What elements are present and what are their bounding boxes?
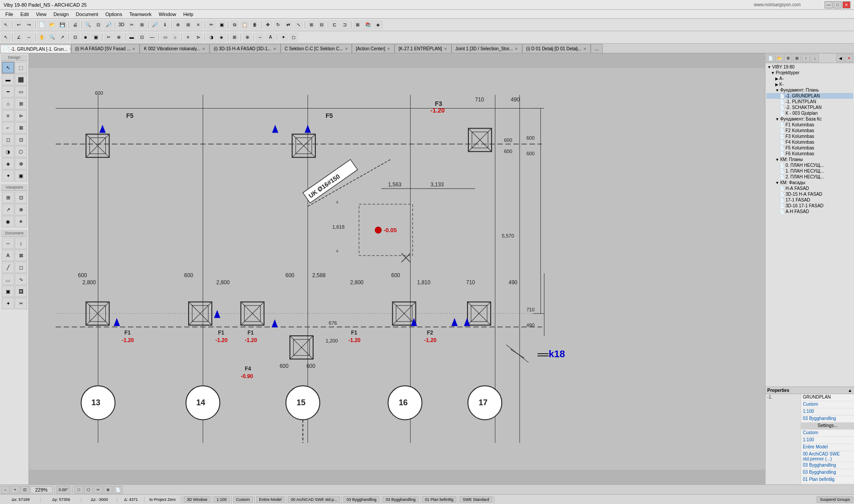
tree-a[interactable]: ▶ A- (766, 76, 853, 81)
tree-171-fasad[interactable]: 📄 17-1 FASAD (766, 197, 853, 203)
tool-column[interactable]: ⬛ (15, 74, 27, 85)
tool-new[interactable]: 📄 (37, 20, 47, 30)
tool-info[interactable]: ℹ (160, 20, 170, 30)
tool-marquee[interactable]: ⬚ (15, 62, 27, 73)
rp-folder[interactable]: 📂 (775, 54, 783, 62)
tool-3d[interactable]: 3D (117, 20, 126, 30)
tool-copy[interactable]: ⧉ (230, 20, 239, 30)
tool-fill[interactable]: ▣ (217, 20, 226, 30)
tab-fasad[interactable]: (i) H-A FASAD [SV Fasad ... ✕ (71, 44, 140, 53)
menu-teamwork[interactable]: Teamwork (126, 11, 155, 18)
tool-poly[interactable]: ◻ (15, 262, 27, 273)
tool-spline[interactable]: ∿ (15, 274, 27, 285)
layer-btn[interactable]: Custom (233, 496, 253, 503)
tab-close[interactable]: ✕ (444, 47, 447, 51)
tool-rotate[interactable]: ↻ (273, 20, 283, 30)
prop-bygg3-value[interactable]: 03 Bygghandling (801, 469, 854, 476)
tool-object[interactable]: ◈ (373, 20, 383, 30)
suspend-groups-btn[interactable]: Suspend Groups (817, 496, 853, 503)
tool-morph2[interactable]: ⬡ (15, 146, 27, 157)
tab-close[interactable]: ✕ (387, 47, 391, 51)
tab-close[interactable]: ✕ (132, 47, 136, 51)
tool-zone2[interactable]: ⊕ (242, 32, 252, 42)
close-button[interactable]: ✕ (842, 1, 850, 8)
tool-select[interactable]: ↖ (1, 20, 11, 30)
prop-settings-value[interactable]: Settings... (801, 423, 854, 429)
tool-figure[interactable]: ◻ (289, 32, 298, 42)
tool-align[interactable]: ⊏ (330, 20, 339, 30)
3d-window-btn[interactable]: 3D Window (184, 496, 210, 503)
tool-figure2[interactable]: 🖼 (15, 286, 27, 297)
menu-file[interactable]: File (2, 11, 17, 18)
prop-settings-row[interactable]: Settings... (765, 423, 854, 430)
props-close[interactable]: ▲ (848, 388, 852, 393)
tree-km-fasady[interactable]: ▼ КМ: Фасады (766, 180, 853, 185)
rp-settings[interactable]: ⚙ (784, 54, 792, 62)
tool-object[interactable]: ◈ (2, 158, 14, 169)
tab-close[interactable]: ✕ (515, 47, 518, 51)
tool-paste[interactable]: 📋 (240, 20, 250, 30)
tool-section[interactable]: ✂ (127, 20, 137, 30)
tool-zoom2[interactable]: 🔍 (47, 32, 57, 42)
menu-edit[interactable]: Edit (17, 11, 32, 18)
tool-undo[interactable]: ↩ (14, 20, 24, 30)
penset-btn[interactable]: 00 ArchiCAD SWE std.p... (288, 496, 340, 503)
tool-shade[interactable]: ▣ (91, 32, 101, 42)
tab-close[interactable]: ✕ (273, 47, 277, 51)
tab-3d15[interactable]: (i) 3D-15 H-A FASAD [3D-1... ✕ (209, 44, 280, 53)
tool-arc[interactable]: ◡ (2, 274, 14, 285)
tool-pointer[interactable]: ↖ (1, 32, 11, 42)
tool-print[interactable]: 🖨 (70, 20, 80, 30)
fit-btn[interactable]: ⊡ (20, 486, 29, 494)
tool-layer[interactable]: ≡ (193, 20, 203, 30)
tree-f5kolumnbas[interactable]: 📄 F5 Kolumnbas (766, 145, 853, 151)
tool-sun[interactable]: ☀ (15, 216, 27, 227)
prop-bygg1-value[interactable]: 03 Bygghandling (801, 415, 854, 422)
tab-close[interactable]: ✕ (202, 47, 205, 51)
tool-delete[interactable]: 🗑 (250, 20, 260, 30)
zoom-display[interactable]: 229% (30, 486, 52, 493)
tree-3d16-fasad[interactable]: 📄 3D-16 17-1 FASAD (766, 203, 853, 209)
tree-f3kolumnbas[interactable]: 📄 F3 Kolumnbas (766, 133, 853, 139)
view-section[interactable]: ✂ (94, 486, 103, 494)
tool-roof2[interactable]: ⌂ (170, 32, 180, 42)
tab-more[interactable]: ... (591, 44, 602, 53)
rp-arrow-up[interactable]: ↑ (802, 54, 810, 62)
tool-move[interactable]: ✥ (263, 20, 273, 30)
class1-btn[interactable]: 03 Bygghandling (343, 496, 379, 503)
tool-wall2[interactable]: ▬ (127, 32, 137, 42)
tool-save[interactable]: 💾 (57, 20, 67, 30)
tree-f2kolumnbas[interactable]: 📄 F2 Kolumnbas (766, 128, 853, 133)
tool-hatch[interactable]: ▣ (2, 286, 14, 297)
tool-line[interactable]: ╱ (2, 262, 14, 273)
tool-column2[interactable]: ⊡ (137, 32, 147, 42)
tool-camera[interactable]: ◉ (2, 216, 14, 227)
prop-plan-value[interactable]: 01 Plan befintlig (801, 476, 854, 483)
rp-filter[interactable]: ⊞ (793, 54, 801, 62)
tool-marker2[interactable]: ✦ (278, 32, 288, 42)
tab-close[interactable]: ✕ (345, 47, 348, 51)
minimize-button[interactable]: — (825, 1, 833, 8)
menu-document[interactable]: Document (73, 11, 102, 18)
tool-scale[interactable]: ⤡ (294, 20, 303, 30)
tool-find[interactable]: 🔎 (150, 20, 160, 30)
view-3d[interactable]: ⬡ (84, 486, 93, 494)
tab-close[interactable]: ✕ (583, 47, 587, 51)
tool-hotspot[interactable]: ✦ (2, 170, 14, 181)
prop-scale1-value[interactable]: 1:100 (801, 408, 854, 415)
prop-custom1-value[interactable]: Custom (801, 401, 854, 408)
tool-leveldim[interactable]: ↕ (15, 238, 27, 249)
tree-plintplan[interactable]: 📄 -1. PLINTPLAN (766, 99, 853, 105)
tool-zoom-out[interactable]: 🔎 (104, 20, 113, 30)
tool-zoom-fit[interactable]: ⊡ (93, 20, 103, 30)
tool-distribute[interactable]: ⊐ (340, 20, 350, 30)
view-doc[interactable]: 📄 (113, 486, 122, 494)
tool-fill2[interactable]: ▣ (15, 170, 27, 181)
tab-entreplan[interactable]: [K-27.1 ENTRÉPLAN] ✕ (395, 44, 451, 53)
prop-model-value[interactable]: Entire Model (801, 444, 854, 451)
tool-redo[interactable]: ↪ (24, 20, 34, 30)
tool-skylight[interactable]: ◻ (2, 134, 14, 145)
class2-btn[interactable]: 03 Bygghandling (383, 496, 419, 503)
rp-arrow-down[interactable]: ↓ (811, 54, 819, 62)
tool-dim2[interactable]: ↔ (255, 32, 265, 42)
